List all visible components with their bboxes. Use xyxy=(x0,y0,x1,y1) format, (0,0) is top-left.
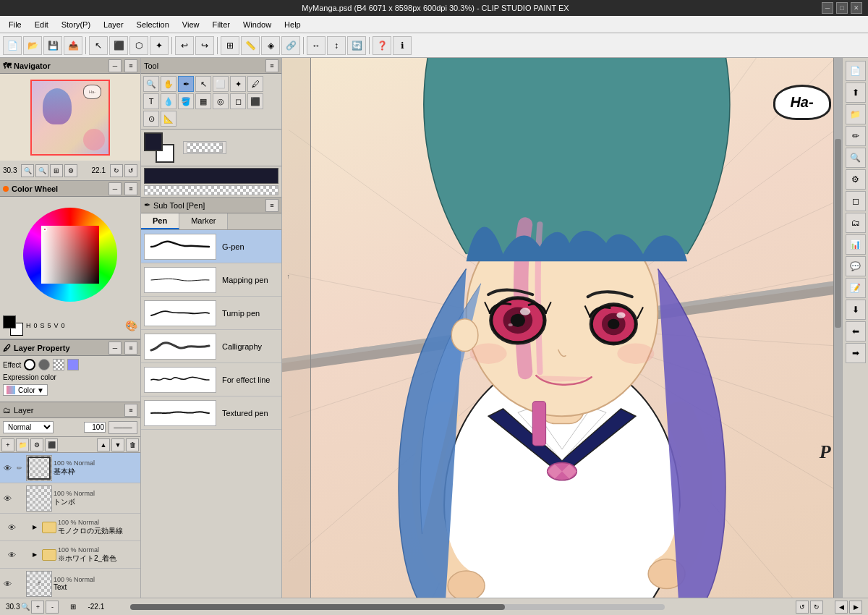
effect-btn-color[interactable] xyxy=(67,359,79,370)
zoom-fit-button[interactable]: ⊞ xyxy=(50,164,63,177)
lasso-button[interactable]: ⬡ xyxy=(129,36,148,55)
rotate-right-status-button[interactable]: ↻ xyxy=(810,601,823,614)
layer-expand-button[interactable]: ▶ xyxy=(30,523,39,532)
effect-btn-pattern[interactable] xyxy=(53,359,64,370)
flip-h-button[interactable]: ↔ xyxy=(307,36,326,55)
transparent-bar[interactable] xyxy=(144,185,278,195)
type-tool-button[interactable]: T xyxy=(143,93,159,109)
current-color-bar[interactable] xyxy=(144,168,278,184)
right-panel-btn-6[interactable]: ⚙ xyxy=(846,169,866,190)
layer-property-menu-button[interactable]: ≡ xyxy=(124,342,137,355)
rotate-button[interactable]: 🔄 xyxy=(347,36,366,55)
right-panel-btn-8[interactable]: 🗂 xyxy=(846,213,866,233)
layer-folder-item[interactable]: 👁 ▶ 100 % Normal モノクロの元効果線 xyxy=(0,514,140,541)
rotate-ccw-button[interactable]: ↺ xyxy=(124,164,137,177)
brush-item-calligraphy[interactable]: Calligraphy xyxy=(141,330,281,363)
subtool-menu-button[interactable]: ≡ xyxy=(265,199,278,212)
layer-visibility-toggle[interactable]: 👁 xyxy=(6,549,17,561)
bucket-tool-button[interactable]: 🪣 xyxy=(178,93,194,109)
right-panel-btn-9[interactable]: 📊 xyxy=(846,234,866,255)
right-panel-btn-4[interactable]: ✏ xyxy=(846,126,866,146)
right-panel-btn-13[interactable]: ⬅ xyxy=(846,321,866,342)
symmetry-button[interactable]: ◈ xyxy=(261,36,280,55)
opacity-slider[interactable]: ──── xyxy=(109,421,137,434)
menu-selection[interactable]: Selection xyxy=(131,19,175,30)
blend-mode-select[interactable]: Normal Multiply Screen Overlay xyxy=(3,421,54,433)
transparent-color-button[interactable] xyxy=(183,141,226,154)
color-wheel-collapse-button[interactable]: ─ xyxy=(109,182,122,195)
magic-select-button[interactable]: ✦ xyxy=(150,36,169,55)
tab-marker[interactable]: Marker xyxy=(179,213,228,229)
zoom-out-status-button[interactable]: - xyxy=(46,601,59,614)
dropper-tool-button[interactable]: 💧 xyxy=(161,93,176,109)
foreground-color-box[interactable] xyxy=(3,315,16,328)
eraser-tool-button[interactable]: ◻ xyxy=(230,93,246,109)
layer-property-collapse-button[interactable]: ─ xyxy=(109,342,122,355)
magic-wand-button[interactable]: ✦ xyxy=(230,76,246,92)
minimize-button[interactable]: ─ xyxy=(822,2,833,14)
color-wheel-menu-button[interactable]: ≡ xyxy=(124,182,137,195)
layer-down-button[interactable]: ▼ xyxy=(111,438,124,451)
rotate-cw-button[interactable]: ↻ xyxy=(110,164,123,177)
nav-settings-button[interactable]: ⚙ xyxy=(64,164,77,177)
brush-item-textured[interactable]: Textured pen xyxy=(141,396,281,430)
right-panel-btn-11[interactable]: 📝 xyxy=(846,278,866,298)
layer-panel-menu-button[interactable]: ≡ xyxy=(124,404,137,417)
layer-up-button[interactable]: ▲ xyxy=(97,438,110,451)
maximize-button[interactable]: □ xyxy=(836,2,848,14)
vertical-scrollbar[interactable] xyxy=(833,58,842,598)
next-page-button[interactable]: ▶ xyxy=(849,601,862,614)
pencil-tool-button[interactable]: ✒ xyxy=(178,76,194,92)
menu-file[interactable]: File xyxy=(3,19,27,30)
right-panel-btn-3[interactable]: 📁 xyxy=(846,104,866,124)
help-button[interactable]: ❓ xyxy=(373,36,391,55)
layer-visibility-toggle[interactable]: 👁 xyxy=(6,522,17,533)
grid-button[interactable]: ⊞ xyxy=(221,36,239,55)
menu-story[interactable]: Story(P) xyxy=(56,19,96,30)
layer-item[interactable]: 👁 100 % Normal トンボ xyxy=(0,483,140,514)
gradient-tool-button[interactable]: ▦ xyxy=(195,93,211,109)
brush-item-mapping[interactable]: Mapping pen xyxy=(141,263,281,297)
navigator-menu-button[interactable]: ≡ xyxy=(124,59,137,72)
vertical-scrollbar-thumb[interactable] xyxy=(835,139,841,328)
brush-item-effectline[interactable]: For effect line xyxy=(141,363,281,396)
color-wheel-area[interactable] xyxy=(0,197,140,313)
info-button[interactable]: ℹ xyxy=(393,36,412,55)
right-panel-btn-1[interactable]: 📄 xyxy=(846,61,866,81)
layer-item[interactable]: 👁 ✏ 100 % Normal 基本枠 xyxy=(0,453,140,483)
layer-item[interactable]: 👁 T 100 % Normal Text xyxy=(0,569,140,598)
navigator-collapse-button[interactable]: ─ xyxy=(109,59,122,72)
layer-expand-button[interactable]: ▶ xyxy=(30,551,39,559)
layer-mask-button[interactable]: ⬛ xyxy=(45,438,58,451)
move-tool-button[interactable]: ↖ xyxy=(195,76,211,92)
select-rect-button[interactable]: ⬜ xyxy=(213,76,229,92)
menu-edit[interactable]: Edit xyxy=(29,19,54,30)
blend-tool-button[interactable]: ⊙ xyxy=(143,111,159,127)
blur-tool-button[interactable]: ◎ xyxy=(213,93,229,109)
statusbar-fit-button[interactable]: ⊞ xyxy=(70,603,76,611)
right-panel-btn-5[interactable]: 🔍 xyxy=(846,148,866,168)
layer-visibility-toggle[interactable]: 👁 xyxy=(1,578,13,590)
ruler-tool-button[interactable]: 📐 xyxy=(161,111,176,127)
layer-settings-button[interactable]: ⚙ xyxy=(30,438,43,451)
brush-item-gpen[interactable]: G-pen xyxy=(141,230,281,263)
tab-pen[interactable]: Pen xyxy=(141,213,179,229)
redo-button[interactable]: ↪ xyxy=(195,36,214,55)
menu-layer[interactable]: Layer xyxy=(98,19,129,30)
right-panel-btn-2[interactable]: ⬆ xyxy=(846,82,866,103)
prev-page-button[interactable]: ◀ xyxy=(835,601,848,614)
rotate-left-status-button[interactable]: ↺ xyxy=(796,601,809,614)
pen-tool-button[interactable]: 🖊 xyxy=(247,76,263,92)
ruler-button[interactable]: 📏 xyxy=(241,36,260,55)
color-dropdown[interactable]: Color ▼ xyxy=(3,384,48,396)
zoom-in-button[interactable]: 🔍 xyxy=(21,164,34,177)
delete-layer-button[interactable]: 🗑 xyxy=(126,438,139,451)
hand-tool-button[interactable]: ✋ xyxy=(161,76,176,92)
menu-view[interactable]: View xyxy=(176,19,205,30)
effect-btn-circle[interactable] xyxy=(24,359,35,370)
foreground-background-colors[interactable] xyxy=(3,315,23,336)
menu-filter[interactable]: Filter xyxy=(207,19,236,30)
new-file-button[interactable]: 📄 xyxy=(3,36,22,55)
transform-button[interactable]: ⬛ xyxy=(109,36,128,55)
save-button[interactable]: 💾 xyxy=(43,36,62,55)
